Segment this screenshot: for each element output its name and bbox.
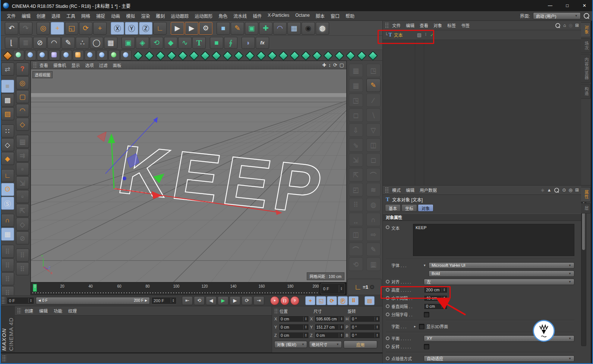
search-icon[interactable]: [555, 188, 559, 193]
spinner-arrows[interactable]: ▲▼: [442, 304, 445, 308]
material-list-empty[interactable]: [15, 316, 272, 352]
col-spacer[interactable]: [15, 245, 30, 248]
align-dropdown[interactable]: 左▼: [424, 279, 574, 285]
spinner-arrows[interactable]: ▲▼: [171, 298, 174, 303]
coordinate-system-icon[interactable]: ∟: [153, 22, 167, 35]
nav-arrow-icon[interactable]: ▲: [547, 187, 552, 193]
undo-icon[interactable]: ↶: [5, 22, 18, 35]
menu-item[interactable]: 编辑: [19, 13, 34, 19]
keyframe-ring[interactable]: [386, 357, 389, 360]
xp-emitter-icon-14[interactable]: [277, 50, 288, 60]
palette-grid-icon[interactable]: ⠿: [1, 272, 14, 285]
panel-grip[interactable]: [385, 22, 389, 29]
circle-points-icon[interactable]: ◯: [90, 37, 103, 49]
redo-icon[interactable]: ↷: [19, 22, 32, 35]
previous-frame-icon[interactable]: ◀: [206, 296, 217, 305]
record-rotation-icon[interactable]: ⟳: [327, 296, 337, 305]
xp-emitter-icon-6[interactable]: [188, 50, 199, 60]
text-content-input[interactable]: KEEP: [413, 224, 574, 256]
keyframe-ring[interactable]: [386, 313, 389, 316]
side-tab[interactable]: 构造: [581, 84, 591, 99]
panel-grip[interactable]: [33, 62, 37, 68]
xp-emitter-icon-19[interactable]: [333, 50, 344, 60]
toolbar-separator[interactable]: [206, 37, 209, 49]
col-spacer[interactable]: [15, 132, 30, 134]
xp-emitter-icon-2[interactable]: [143, 50, 154, 60]
add-panel-icon[interactable]: ⊞: [575, 187, 579, 193]
visibility-dots-icon[interactable]: ⠇: [425, 32, 428, 37]
polyhedron-icon[interactable]: ◆: [164, 37, 177, 49]
menu-item[interactable]: 窗口: [328, 13, 343, 19]
xp-emitter-icon-8[interactable]: [210, 50, 221, 60]
enabled-check-icon[interactable]: ✓: [429, 32, 435, 38]
xp-emitter-icon-9[interactable]: [221, 50, 233, 60]
horizontal-spacing-field[interactable]: 40 cm▲▼: [424, 295, 448, 301]
minimize-button[interactable]: —: [542, 0, 559, 11]
retriangulate-icon[interactable]: ⟲: [349, 257, 363, 271]
rectangle-select-icon[interactable]: ▢: [16, 90, 29, 103]
xp-tool-icon-6[interactable]: [73, 50, 84, 60]
viewport-menu-item[interactable]: 过滤: [97, 62, 110, 68]
primitive-cube-icon[interactable]: ■: [217, 22, 230, 35]
range-end-field[interactable]: 200 F ▲▼: [151, 297, 177, 304]
spinner-arrows[interactable]: ▲▼: [303, 333, 307, 337]
transfer-tool-icon[interactable]: ▤: [16, 135, 29, 148]
model-mode-icon[interactable]: ■: [1, 80, 14, 93]
collapse-icon[interactable]: ⇩: [349, 123, 363, 137]
arc-tool-icon[interactable]: ⌒: [349, 243, 363, 256]
cluster-icon[interactable]: ◈: [136, 37, 149, 49]
panel-grip[interactable]: [2, 355, 6, 362]
keyframe-ring[interactable]: [386, 345, 389, 348]
optimize-icon[interactable]: ⣀: [349, 213, 363, 226]
panel-grip[interactable]: [385, 187, 389, 193]
menu-item[interactable]: 模拟: [123, 13, 138, 19]
size-field[interactable]: 0 cm▲▼: [315, 332, 345, 339]
toolbar-separator[interactable]: [118, 37, 121, 49]
menu-item[interactable]: 角色: [215, 13, 230, 19]
interpolation-dropdown[interactable]: 自动适应▼: [424, 355, 574, 362]
record-keyframe-icon[interactable]: ✦: [270, 296, 279, 305]
xp-emitter-icon-15[interactable]: [288, 50, 300, 60]
menu-item[interactable]: 选择: [48, 13, 63, 19]
palette-grid-icon[interactable]: ⠿: [1, 245, 14, 258]
viewport-menu-item[interactable]: 查看: [37, 62, 51, 68]
weight-icon[interactable]: ◍: [366, 198, 381, 211]
bridge-icon[interactable]: ◻: [366, 153, 381, 167]
fx-effector-icon[interactable]: fx: [256, 37, 269, 49]
plane-cut-icon[interactable]: ∖: [366, 108, 381, 122]
toolbar-separator[interactable]: [213, 21, 216, 35]
keyframe-ring[interactable]: [386, 304, 389, 308]
spinner-arrows[interactable]: ▲▼: [339, 333, 343, 337]
viewport-menu-item[interactable]: 选项: [83, 62, 97, 68]
simple-mode-icon[interactable]: Ⓢ: [1, 197, 14, 210]
menu-item[interactable]: 帮助: [343, 13, 357, 19]
help-icon[interactable]: ?: [16, 63, 29, 76]
attribute-tab[interactable]: 坐标: [401, 204, 417, 212]
side-tab[interactable]: 层: [581, 203, 591, 213]
camera-icon[interactable]: ◉: [302, 22, 315, 35]
edges-mode-icon[interactable]: ◇: [1, 138, 14, 151]
smooth-shift-icon[interactable]: ◳: [349, 94, 363, 107]
xp-emitter-icon-1[interactable]: [132, 50, 143, 60]
menu-item[interactable]: 流水线: [230, 13, 250, 19]
menu-item[interactable]: 雕刻: [153, 13, 168, 19]
brush-tool-icon[interactable]: ✎: [366, 243, 381, 256]
xp-tool-icon-10[interactable]: [120, 50, 132, 60]
keyframe-ring[interactable]: [386, 288, 389, 292]
remesh-icon[interactable]: ⟲: [150, 37, 163, 49]
xp-emitter-icon-3[interactable]: [154, 50, 165, 60]
rotate-tool-icon[interactable]: ⟳: [79, 22, 92, 35]
arch-icon[interactable]: ⌒: [366, 168, 381, 181]
xp-tool-icon-9[interactable]: [108, 50, 120, 60]
panel-grip[interactable]: [17, 308, 21, 314]
weld-icon[interactable]: ⇱: [349, 168, 363, 181]
font-family-dropdown[interactable]: Microsoft YaHei UI▼: [429, 262, 574, 269]
render-view-icon[interactable]: ▶: [171, 22, 184, 35]
bevel-icon[interactable]: ◳: [366, 64, 381, 77]
duplicate-tool-icon[interactable]: ⇲: [16, 176, 29, 189]
spinner-arrows[interactable]: ▲▼: [375, 317, 378, 321]
scale-tool-icon[interactable]: ◱: [65, 22, 78, 35]
viewport-menu-item[interactable]: 摄像机: [51, 62, 69, 68]
coordinate-mode-dropdown[interactable]: 对象 (相对)▼: [274, 341, 307, 348]
texture-mode-icon[interactable]: ▩: [1, 94, 14, 107]
